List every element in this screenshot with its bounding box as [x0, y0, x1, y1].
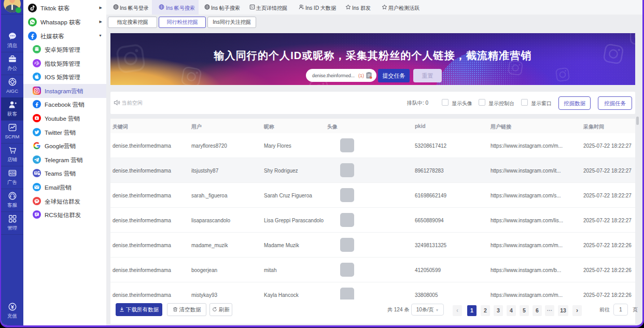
svg-text:ADS: ADS	[9, 172, 16, 175]
